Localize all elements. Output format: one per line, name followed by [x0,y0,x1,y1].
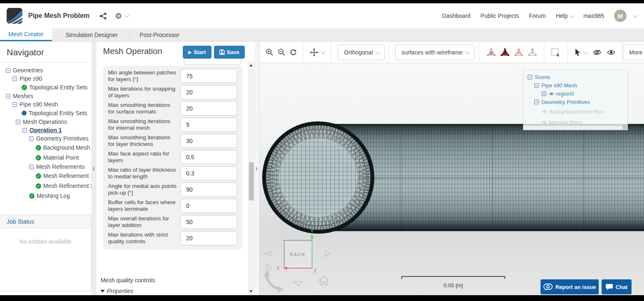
username[interactable]: mas985 [583,12,604,19]
max-smooth-layer-thickness-input[interactable] [180,134,237,148]
settings-menu-button[interactable]: ⚙ [115,11,128,21]
tree-item-geometry-primitives[interactable]: Geometry Primitives [0,134,91,143]
collapse-icon[interactable] [12,76,17,81]
home-view-button[interactable] [319,276,328,285]
show-all-button[interactable] [607,49,616,56]
collapse-icon[interactable] [22,128,27,133]
collapse-icon[interactable] [534,83,539,88]
max-iter-snapping-input[interactable] [180,85,237,99]
select-edges-button[interactable] [514,48,524,57]
expand-icon[interactable] [542,91,546,96]
scroll-up-icon[interactable] [249,64,253,67]
tree-item-mesh-refinement-1[interactable]: ✓Mesh Refinement 1 [0,171,91,181]
pan-button[interactable] [310,48,324,57]
view-cube[interactable]: BACK [284,240,312,268]
report-issue-button[interactable]: Report an issue [541,279,599,294]
tree-item-operation-1[interactable]: Operation 1 [0,126,91,134]
render-mode-dropdown[interactable]: surfaces with wireframe [395,44,474,60]
scene-item-pipe-s90-mesh[interactable]: Pipe s90 Mesh [524,81,627,89]
tree-item-background-mesh[interactable]: ✓Background Mesh ... [0,143,91,153]
collapse-icon[interactable] [6,68,10,73]
visibility-eye-icon[interactable] [542,121,547,124]
mesh-quality-controls-label: Mesh quality controls [101,277,155,284]
nav-dashboard[interactable]: Dashboard [442,12,471,19]
scroll-down-icon[interactable] [249,290,253,293]
max-ratio-thickness-medial-input[interactable] [180,166,237,180]
panel-splitter-right[interactable]: ‖ [254,42,259,295]
tree-item-material-point[interactable]: ✓Material Point [0,153,91,163]
start-button[interactable]: ▶Start [183,46,211,59]
scrollbar-thumb[interactable] [249,162,254,200]
tree-item-mesh-refinements[interactable]: Mesh Refinements [0,163,91,171]
tab-simulation-designer[interactable]: Simulation Designer [57,28,126,41]
form-scrollbar[interactable] [248,62,254,295]
cursor-mode-button[interactable] [575,49,587,56]
splitter-grip[interactable]: ‖ [256,166,258,171]
max-face-aspect-ratio-input[interactable] [180,150,237,164]
tree-item-meshing-log[interactable]: ✓Meshing Log [0,191,91,201]
collapse-icon[interactable] [534,100,539,104]
job-status-header[interactable]: Job Status [0,215,91,228]
pan-down-arrow[interactable] [294,282,302,286]
orbit-rotate-button[interactable] [264,271,284,292]
select-volumes-button[interactable] [487,48,496,57]
scrolled-input-stub[interactable] [184,59,241,65]
scene-horizontal-scrollbar[interactable] [524,126,622,130]
max-smooth-surface-normals-input[interactable] [180,101,237,116]
nav-public-projects[interactable]: Public Projects [480,12,519,19]
render-canvas[interactable]: Scene Pipe s90 Mesh region0 Geometry Pri… [260,63,644,295]
nav-help[interactable]: Help [556,12,573,19]
scene-item-region0[interactable]: region0 [524,89,627,98]
tree-item-topological-entity-sets[interactable]: ✓Topological Entity Sets [0,83,91,92]
angle-medial-axis-input[interactable] [180,183,237,197]
tree-item-mesh-operations[interactable]: Mesh Operations [0,118,91,126]
share-button[interactable] [100,12,107,20]
collapse-icon[interactable] [6,94,10,99]
scene-item-root[interactable]: Scene [524,73,627,81]
tree-item-geometries[interactable]: Geometries [0,66,91,74]
field-row: Max face aspect ratio for layers [108,150,237,164]
reset-view-button[interactable] [290,49,297,56]
simscale-logo[interactable] [7,8,22,24]
scene-item-geometry-primitives[interactable]: Geometry Primitives [524,98,627,106]
scene-resize-handle[interactable] [623,125,627,129]
properties-toggle[interactable]: Properties [101,288,133,294]
tree-item-mesh-topological-entity-sets[interactable]: Topological Entity Sets [0,109,91,118]
max-overall-iterations-input[interactable] [180,215,237,229]
hide-selection-button[interactable] [592,49,602,56]
more-dropdown[interactable]: More [623,44,644,60]
box-select-button[interactable] [551,48,561,57]
collapse-icon[interactable] [16,120,20,124]
chat-button[interactable]: Chat [602,279,632,294]
visibility-eye-icon[interactable] [549,92,554,96]
user-menu-chevron-icon[interactable] [633,13,638,17]
collapse-icon[interactable] [29,136,34,141]
max-strict-quality-input[interactable] [180,231,237,245]
panel-splitter-left[interactable]: ‖ [91,42,96,295]
select-faces-button[interactable] [500,48,510,57]
nav-forum[interactable]: Forum [529,12,546,19]
tree-item-mesh-refinement-2[interactable]: ✓Mesh Refinement 2 [0,181,91,191]
tab-mesh-creator[interactable]: Mesh Creator [0,28,52,41]
select-nodes-button[interactable] [528,48,537,57]
max-smooth-internal-mesh-input[interactable] [180,118,237,132]
visibility-eye-icon[interactable] [542,110,547,113]
tree-item-meshes[interactable]: Meshes [0,92,91,100]
splitter-grip[interactable]: ‖ [93,166,95,171]
buffer-cells-input[interactable] [180,199,237,213]
zoom-out-button[interactable] [278,48,285,56]
collapse-icon[interactable] [12,102,17,107]
min-angle-patches-input[interactable] [180,69,237,83]
collapse-icon[interactable] [528,75,532,79]
pan-left-arrow[interactable] [265,251,271,256]
tree-item-pipe-s90-mesh[interactable]: Pipe s90 Mesh [0,100,91,109]
scene-item-background-mesh-box[interactable]: Background Mesh Box [524,106,627,117]
pan-right-arrow[interactable] [325,251,330,257]
collapse-icon[interactable] [29,165,34,169]
save-button[interactable]: Save [214,46,245,59]
tree-item-pipe-s90[interactable]: Pipe s90 [0,74,91,83]
zoom-in-button[interactable] [265,48,273,56]
tab-post-processor[interactable]: Post-Processor [131,28,188,41]
projection-dropdown[interactable]: Orthogonal [338,44,385,60]
avatar[interactable]: M [614,10,627,22]
